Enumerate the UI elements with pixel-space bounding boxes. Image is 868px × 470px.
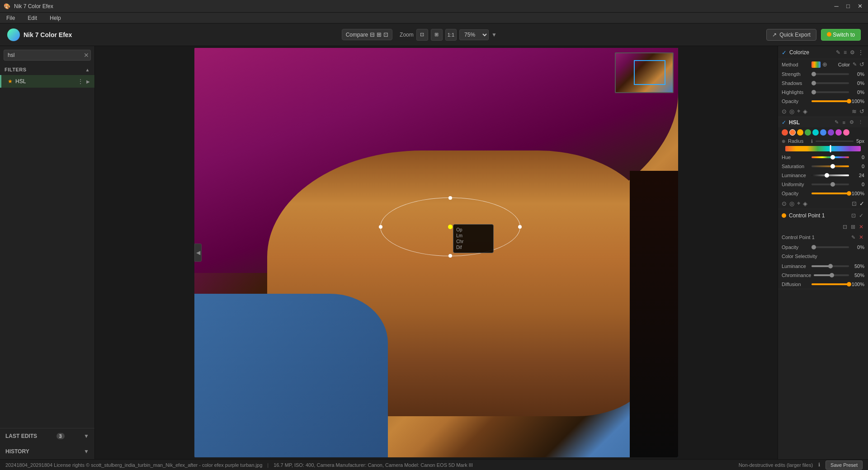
uniformity-slider[interactable] (811, 183, 849, 185)
method-reset-icon[interactable]: ↺ (859, 61, 864, 68)
search-input[interactable] (4, 50, 91, 61)
lasso-icon[interactable]: ⌖ (797, 108, 800, 115)
hsl-gradient-bar[interactable] (785, 146, 861, 151)
control-popup: Op Lm Chr Dif (453, 224, 494, 253)
saturation-slider[interactable] (811, 165, 849, 167)
brush-icon[interactable]: ⊙ (782, 108, 787, 115)
colorize-settings-icon[interactable]: ⚙ (849, 49, 856, 56)
hsl-menu-icon[interactable]: ≡ (841, 119, 847, 126)
collapse-left-panel-button[interactable]: ◀ (194, 244, 202, 262)
zoom-fit-button[interactable]: ⊡ (416, 29, 428, 41)
zoom-select[interactable]: 75% 50% 100% 200% (459, 29, 489, 40)
search-clear-button[interactable]: ✕ (84, 52, 89, 58)
control-point-right[interactable] (518, 225, 522, 229)
colorize-menu-icon[interactable]: ≡ (843, 49, 848, 56)
zoom-fill-button[interactable]: ⊞ (431, 29, 443, 41)
filters-header[interactable]: FILTERS ▲ (0, 64, 94, 75)
compare-button[interactable]: Compare ⊟ ⊞ ⊡ (342, 29, 392, 40)
luminance-slider[interactable] (811, 174, 849, 176)
switch-to-button[interactable]: Switch to (821, 29, 861, 41)
color-dot-purple[interactable] (828, 129, 834, 136)
shadows-slider[interactable] (811, 82, 849, 84)
hsl-check-icon[interactable]: ✓ (782, 119, 786, 126)
close-button[interactable]: ✕ (855, 2, 864, 11)
opacity2-slider[interactable] (811, 193, 849, 194)
gradient-icon[interactable]: ◈ (803, 108, 807, 115)
save-preset-button[interactable]: Save Preset (826, 461, 863, 470)
cp1-opacity-label: Opacity (782, 244, 809, 250)
cp1-check-icon[interactable]: ✓ (858, 212, 864, 219)
radius-slider[interactable] (816, 141, 854, 142)
hsl-brush-icon[interactable]: ⊙ (782, 200, 787, 207)
menu-help[interactable]: Help (47, 14, 64, 22)
color-selectivity-label: Color Selectivity (782, 254, 864, 259)
hsl-copy-icon[interactable]: ⊡ (852, 200, 857, 207)
menu-edit[interactable]: Edit (25, 14, 40, 22)
cs-luminance-slider[interactable] (811, 265, 849, 267)
strength-slider[interactable] (811, 73, 849, 75)
color-dot-yellow[interactable] (797, 129, 803, 136)
highlights-slider[interactable] (811, 91, 849, 93)
maximize-button[interactable]: □ (844, 2, 853, 11)
control-point-bottom[interactable] (448, 254, 452, 258)
history-header[interactable]: HISTORY ▼ (0, 444, 94, 459)
cp1-expand-icon[interactable]: ⊡ (842, 223, 848, 231)
last-edits-header[interactable]: LAST EDITS 3 ▼ (0, 428, 94, 444)
settings2-icon[interactable]: ≋ (852, 108, 857, 115)
control-point-top[interactable] (448, 196, 452, 200)
hsl-edit-icon[interactable]: ✎ (833, 119, 840, 126)
colorize-more-icon[interactable]: ⋮ (857, 49, 864, 56)
history-label: HISTORY (5, 448, 29, 455)
hsl-settings-icon[interactable]: ⚙ (848, 119, 855, 126)
cs-diffusion-slider[interactable] (811, 283, 849, 285)
window-controls: ─ □ ✕ (832, 2, 864, 11)
cs-luminance-value: 50% (852, 263, 864, 269)
colorize-check-icon[interactable]: ✓ (782, 49, 787, 56)
filter-item-hsl[interactable]: ★ HSL ⋮ ▶ (0, 75, 94, 88)
filter-expand-icon[interactable]: ▶ (86, 79, 90, 84)
hsl-check-active-icon[interactable]: ✓ (859, 200, 864, 207)
cp1-duplicate-icon[interactable]: ⊞ (850, 223, 856, 231)
color-dot-pink[interactable] (843, 129, 849, 136)
color-dot-green[interactable] (805, 129, 811, 136)
hsl-gradient2-icon[interactable]: ◈ (803, 200, 807, 207)
hue-slider[interactable] (811, 156, 849, 158)
colorize-edit-icon[interactable]: ✎ (835, 49, 841, 56)
cp1-close-icon[interactable]: ✕ (858, 233, 864, 241)
hsl-eraser-icon[interactable]: ◎ (789, 200, 794, 207)
reset2-icon[interactable]: ↺ (859, 108, 864, 115)
color-dot-red[interactable] (782, 129, 788, 136)
cp1-name-edit-icon[interactable]: ✎ (851, 235, 855, 240)
info-icon[interactable]: ℹ (818, 462, 820, 468)
color-dot-magenta[interactable] (835, 129, 842, 136)
cp1-label: Control Point 1 (789, 212, 848, 219)
method-eyedropper-icon[interactable]: ⊕ (822, 61, 827, 68)
filter-more-icon[interactable]: ⋮ (77, 78, 84, 85)
cp1-opacity-slider[interactable] (811, 246, 849, 248)
titlebar-left: 🎨 Nik 7 Color Efex (4, 3, 53, 9)
minimize-button[interactable]: ─ (832, 2, 841, 11)
hsl-more-icon[interactable]: ⋮ (857, 119, 864, 126)
colorize-tools: ✎ ≡ ⚙ ⋮ (835, 49, 864, 56)
cs-chrominance-slider[interactable] (814, 274, 849, 276)
color-dot-cyan[interactable] (812, 129, 819, 136)
menu-file[interactable]: File (4, 14, 18, 22)
zoom-100-button[interactable]: 1:1 (445, 29, 457, 41)
color-dot-orange[interactable] (789, 129, 796, 136)
cp1-copy-icon[interactable]: ⊡ (850, 212, 857, 219)
eyedropper-radius-icon[interactable]: ⊕ (782, 139, 785, 144)
quick-export-button[interactable]: ↗ Quick Export (766, 29, 816, 41)
control-point-left[interactable] (379, 225, 382, 229)
control-point-center[interactable] (448, 225, 453, 229)
photo-canvas[interactable]: Op Lm Chr Dif (194, 48, 678, 457)
opacity-slider[interactable] (811, 100, 849, 102)
color-dot-blue[interactable] (820, 129, 826, 136)
eraser-icon[interactable]: ◎ (789, 108, 794, 115)
hsl-section-label: HSL (789, 119, 830, 126)
eye-control-overlay[interactable]: Op Lm Chr Dif (380, 197, 520, 256)
hsl-lasso-icon[interactable]: ⌖ (797, 200, 800, 207)
cp1-delete-icon[interactable]: ✕ (858, 223, 864, 231)
compare-icon-side: ⊟ (370, 31, 375, 38)
canvas-area[interactable]: Op Lm Chr Dif (95, 46, 778, 459)
method-edit-icon[interactable]: ✎ (853, 61, 857, 67)
